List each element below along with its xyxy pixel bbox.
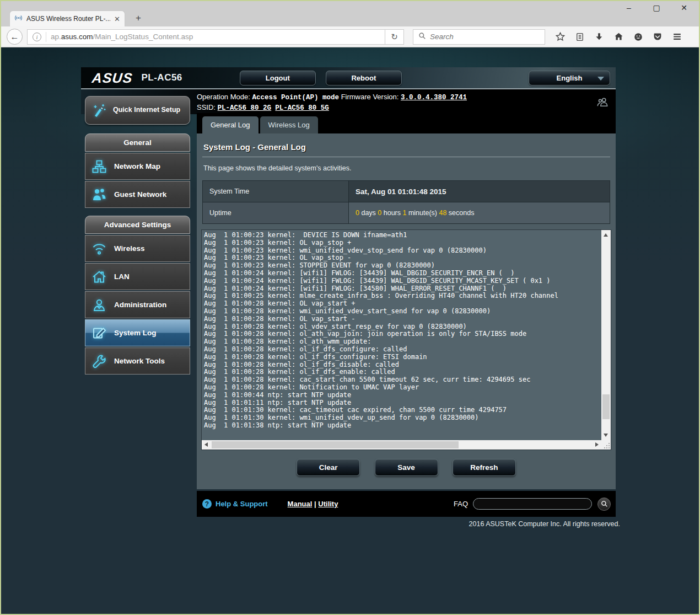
log-line: Aug 1 01:00:28 kernel: OL vap_start -: [204, 315, 600, 323]
sidebar-item-network-tools[interactable]: Network Tools: [85, 347, 190, 375]
firmware-version-link[interactable]: 3.0.0.4.380_2741: [401, 94, 467, 101]
tab-general-log[interactable]: General Log: [202, 116, 259, 133]
search-input[interactable]: [430, 33, 540, 41]
log-line: Aug 1 01:00:28 kernel: wmi_unified_vdev_…: [204, 308, 600, 315]
sidebar-item-label: Network Map: [114, 162, 160, 170]
logout-button[interactable]: Logout: [240, 71, 316, 85]
vertical-scrollbar[interactable]: [601, 230, 611, 440]
operation-mode-value: Access Point(AP) mode: [252, 94, 339, 101]
ssid-5g-link[interactable]: PL-AC56_80_5G: [275, 104, 329, 112]
uptime-label: Uptime: [203, 202, 349, 224]
log-line: Aug 1 01:00:23 kernel: DEVICE IS DOWN if…: [204, 232, 600, 239]
log-line: Aug 1 01:00:23 kernel: STOPPED EVENT for…: [204, 262, 600, 270]
router-admin-ui: ASUS PL-AC56 Logout Reboot English Opera…: [81, 67, 616, 517]
footer-bar: ? Help & Support Manual | Utility FAQ: [197, 491, 616, 517]
page-description: This page shows the detailed system's ac…: [203, 164, 609, 172]
new-tab-button[interactable]: +: [131, 13, 146, 24]
downloads-icon[interactable]: [594, 32, 604, 42]
uptime-value: 0 days 0 hours 1 minute(s) 48 seconds: [349, 202, 610, 224]
scroll-left-icon[interactable]: [204, 442, 208, 447]
log-line: Aug 1 01:00:23 kernel: OL vap_stop -: [204, 254, 600, 262]
log-line: Aug 1 01:00:28 kernel: ol_if_dfs_disable…: [204, 361, 600, 369]
log-line: Aug 1 01:00:28 kernel: OL vap_start +: [204, 300, 600, 308]
asus-logo: ASUS: [91, 70, 133, 86]
log-line: Aug 1 01:00:28 kernel: ol_if_dfs_configu…: [204, 346, 600, 354]
sidebar-item-quick-internet-setup[interactable]: Quick Internet Setup: [85, 96, 190, 125]
log-line: Aug 1 01:00:23 kernel: OL vap_stop +: [204, 239, 600, 247]
save-button[interactable]: Save: [375, 459, 438, 476]
browser-window: ASUS Wireless Router PL-... ✕ + – ▢ ✕ ← …: [0, 0, 700, 615]
system-log-icon: [91, 325, 107, 341]
tab-close-icon[interactable]: ✕: [114, 15, 120, 23]
sidebar-item-guest-network[interactable]: Guest Network: [85, 181, 190, 208]
home-network-icon: [91, 269, 107, 285]
sidebar-section-advanced-settings: Advanced Settings: [85, 216, 190, 234]
system-time-label: System Time: [203, 181, 349, 202]
horizontal-scrollbar-thumb[interactable]: [212, 441, 459, 448]
sidebar-item-administration[interactable]: Administration: [85, 291, 190, 318]
faq-search-button[interactable]: [597, 498, 611, 511]
table-row: Uptime 0 days 0 hours 1 minute(s) 48 sec…: [203, 202, 610, 224]
refresh-button[interactable]: Refresh: [453, 459, 516, 476]
sidebar-item-network-map[interactable]: Network Map: [85, 153, 190, 180]
operation-mode-line: Operation Mode: Access Point(AP) mode Fi…: [197, 93, 467, 101]
window-close-button[interactable]: ✕: [678, 3, 690, 12]
scroll-right-icon[interactable]: [595, 442, 599, 447]
manual-link[interactable]: Manual: [288, 500, 313, 508]
log-content: Aug 1 01:00:23 kernel: DEVICE IS DOWN if…: [204, 232, 600, 439]
reboot-button[interactable]: Reboot: [326, 71, 402, 85]
faq-label: FAQ: [454, 500, 468, 508]
scroll-down-icon[interactable]: [604, 434, 608, 437]
log-textarea[interactable]: Aug 1 01:00:23 kernel: DEVICE IS DOWN if…: [201, 229, 611, 450]
ssid-2g-link[interactable]: PL-AC56_80_2G: [218, 104, 272, 112]
sidebar-section-general: General: [85, 133, 190, 152]
action-buttons-row: Clear Save Refresh: [197, 459, 616, 476]
model-name: PL-AC56: [141, 72, 182, 83]
tab-wireless-log[interactable]: Wireless Log: [260, 116, 318, 133]
sidebar-item-system-log[interactable]: System Log: [85, 319, 190, 346]
horizontal-scrollbar[interactable]: [202, 440, 601, 450]
bookmark-star-icon[interactable]: [555, 31, 566, 42]
network-map-icon: [91, 158, 107, 175]
utility-link[interactable]: Utility: [318, 500, 338, 508]
sidebar-item-lan[interactable]: LAN: [85, 263, 190, 290]
reload-button[interactable]: ↻: [385, 29, 404, 45]
language-dropdown[interactable]: English: [529, 71, 610, 85]
help-support-link[interactable]: Help & Support: [216, 500, 268, 508]
log-line: Aug 1 01:00:28 kernel: ol_ath_wmm_update…: [204, 338, 600, 346]
operation-mode-label: Operation Mode:: [197, 93, 250, 101]
menu-hamburger-icon[interactable]: [672, 31, 682, 42]
reading-list-icon[interactable]: [575, 32, 585, 42]
url-bar[interactable]: i ap.asus.com/Main_LogStatus_Content.asp: [27, 29, 385, 45]
log-line: Aug 1 01:00:24 kernel: [wifi1] FWLOG: [3…: [204, 270, 600, 277]
faq-search-input[interactable]: [473, 498, 592, 510]
resize-grip-icon[interactable]: [609, 447, 610, 448]
vertical-scrollbar-thumb[interactable]: [602, 394, 610, 419]
sidebar-item-label: System Log: [114, 329, 157, 337]
window-minimize-button[interactable]: –: [623, 3, 635, 12]
feedback-smiley-icon[interactable]: [633, 32, 643, 42]
search-bar[interactable]: [413, 29, 545, 45]
scrollbar-corner: [601, 440, 611, 450]
help-question-icon: ?: [202, 499, 212, 509]
log-line: Aug 1 01:00:28 kernel: cac_start chan 55…: [204, 376, 600, 384]
firmware-label: Firmware Version:: [341, 93, 399, 101]
wifi-icon: [91, 240, 107, 257]
page-background: ASUS PL-AC56 Logout Reboot English Opera…: [1, 47, 699, 614]
log-line: Aug 1 01:00:25 kernel: mlme_create_infra…: [204, 292, 600, 300]
log-line: Aug 1 01:00:28 kernel: ol_ath_vap_join: …: [204, 330, 600, 338]
clear-button[interactable]: Clear: [297, 459, 360, 476]
window-maximize-button[interactable]: ▢: [650, 3, 663, 12]
clients-icon[interactable]: [596, 96, 609, 110]
site-info-icon[interactable]: i: [33, 33, 41, 41]
sidebar-item-label: Network Tools: [114, 357, 165, 365]
home-icon[interactable]: [613, 31, 624, 42]
back-button[interactable]: ←: [7, 29, 23, 45]
browser-titlebar: ASUS Wireless Router PL-... ✕ + – ▢ ✕: [1, 1, 699, 26]
browser-navbar: ← i ap.asus.com/Main_LogStatus_Content.a…: [1, 26, 699, 47]
pocket-icon[interactable]: [653, 32, 663, 42]
scroll-up-icon[interactable]: [604, 233, 608, 237]
log-line: Aug 1 01:00:28 kernel: Notification to U…: [204, 384, 600, 392]
sidebar-item-wireless[interactable]: Wireless: [85, 235, 190, 262]
browser-tab[interactable]: ASUS Wireless Router PL-... ✕: [10, 11, 125, 26]
